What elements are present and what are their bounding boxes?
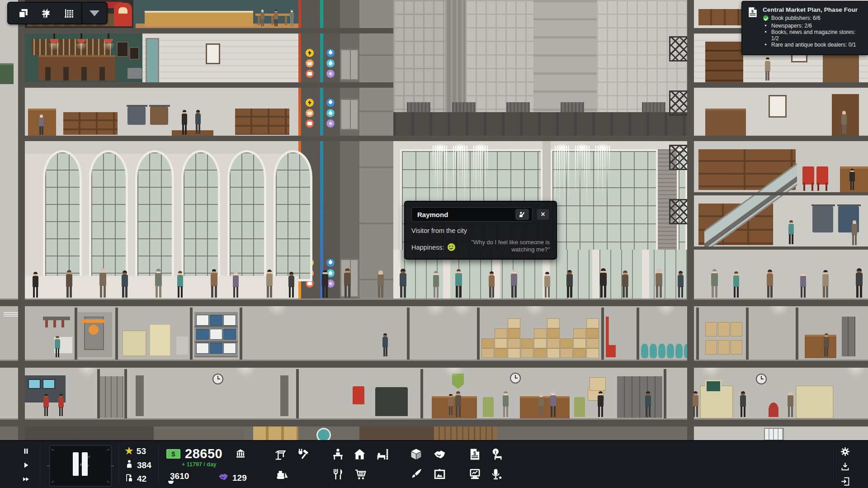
person-icon [125,460,134,471]
person-figure[interactable] [821,270,830,298]
layers-icon[interactable] [15,5,31,21]
person-figure[interactable] [597,392,604,417]
person-figure[interactable] [599,269,608,298]
microphone-star-build-button[interactable] [488,466,504,482]
person-figure[interactable] [99,269,107,298]
glass-door[interactable] [146,38,159,85]
person-figure[interactable] [621,271,629,298]
person-figure[interactable] [510,270,518,298]
person-figure[interactable] [849,169,855,190]
person-figure[interactable] [65,270,73,298]
person-figure[interactable] [121,271,129,298]
building-chart-icon[interactable] [61,5,77,21]
contract-dollar-build-button[interactable]: $ [467,446,482,462]
person-figure[interactable] [274,10,278,26]
scene-decor [328,110,333,115]
save-download-button[interactable] [839,460,851,472]
handshake-build-button[interactable] [432,446,447,462]
vacant-room[interactable] [142,33,298,82]
fast-forward-button[interactable] [20,473,32,485]
person-figure[interactable] [644,392,652,417]
person-figure[interactable] [288,272,295,298]
person-figure[interactable] [32,272,39,298]
person-figure[interactable] [655,269,663,298]
person-figure[interactable] [176,271,184,298]
person-figure[interactable] [710,270,719,298]
jukebox[interactable] [114,3,132,26]
person-figure[interactable] [823,334,830,356]
settings-gear-button[interactable] [839,445,851,457]
crane-build-button[interactable] [272,446,288,462]
person-figure[interactable] [432,271,440,298]
person-figure[interactable] [210,270,218,298]
person-figure[interactable] [787,392,794,417]
play-button[interactable] [20,459,32,471]
person-figure[interactable] [194,110,202,134]
game-clock-paused[interactable] [49,445,112,487]
bulldozer-build-button[interactable] [274,466,290,482]
fork-knife-build-button[interactable] [330,466,345,482]
person-figure[interactable] [289,10,294,26]
person-figure[interactable] [232,272,240,298]
person-figure[interactable] [265,270,274,298]
scene-decor [592,250,599,298]
person-figure[interactable] [764,58,771,81]
rename-button[interactable] [515,208,529,220]
person-figure[interactable] [377,271,385,298]
goal-panel[interactable]: $ Central Market Plan, Phase Four Book p… [741,1,868,55]
person-figure[interactable] [692,392,699,417]
paintbrush-build-button[interactable] [408,466,424,482]
person-figure[interactable] [454,392,462,417]
bank-icon[interactable] [235,448,246,460]
plug-hammer-build-button[interactable] [295,446,310,462]
person-figure[interactable] [58,394,64,416]
person-figure[interactable] [321,270,329,298]
pause-button[interactable] [20,445,32,457]
person-figure[interactable] [54,336,61,357]
person-figure[interactable] [566,270,574,298]
desk-person-build-button[interactable] [330,446,345,462]
person-figure[interactable] [343,269,352,298]
person-figure[interactable] [43,394,49,416]
person-figure[interactable] [543,272,551,298]
info-bed-build-button[interactable]: i [488,446,504,462]
person-figure[interactable] [260,10,265,26]
person-figure[interactable] [677,271,684,298]
elevator-door[interactable] [340,99,359,130]
computer-chart-build-button[interactable] [467,466,482,482]
person-figure[interactable] [766,270,774,298]
scene-decor [545,272,549,274]
close-button[interactable]: × [536,208,550,220]
person-figure[interactable] [538,394,544,415]
package-build-button[interactable] [408,446,424,462]
person-figure[interactable] [448,394,454,415]
person-figure[interactable] [38,115,44,135]
collapse-toolbar-button[interactable] [81,2,108,24]
game-viewport[interactable]: ☎❄☎❄☎❄ $ Central Market Plan, Phase Four… [0,0,868,488]
person-figure[interactable] [739,392,747,417]
grid-bolt-icon[interactable] [38,5,54,21]
person-figure[interactable] [488,272,495,298]
person-figure[interactable] [502,392,509,417]
person-figure[interactable] [732,272,740,298]
elevator-door[interactable] [340,49,359,81]
person-figure[interactable] [454,270,463,298]
person-figure[interactable] [399,269,407,298]
person-figure[interactable] [549,392,557,417]
person-figure[interactable] [154,269,163,298]
person-figure[interactable] [181,110,188,135]
scene-decor [407,308,410,360]
bed-ruler-build-button[interactable] [374,446,390,462]
person-figure[interactable] [382,334,389,356]
house-build-button[interactable] [352,446,367,462]
person-figure[interactable] [855,269,863,298]
person-figure[interactable] [851,221,858,245]
person-figure[interactable] [788,221,795,244]
person-figure[interactable] [799,272,807,298]
exit-door-button[interactable] [839,475,851,487]
shopping-cart-build-button[interactable] [353,466,368,482]
picture-frame-build-button[interactable] [432,466,447,482]
person-figure[interactable] [841,111,848,134]
scene-decor [56,348,60,357]
person-name-field[interactable]: Raymond [411,207,533,222]
